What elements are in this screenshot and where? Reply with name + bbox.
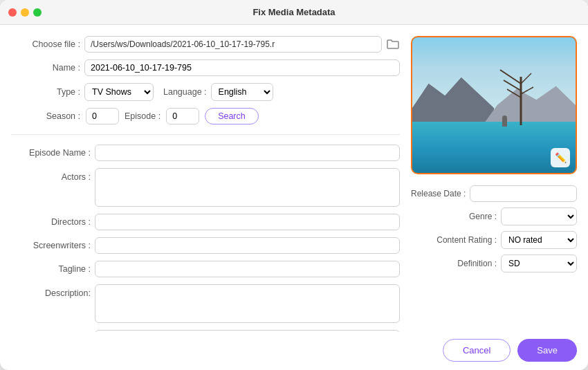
window-title: Fix Media Metadata	[252, 7, 335, 17]
tree-svg	[493, 63, 535, 125]
genre-select[interactable]: Action Comedy Drama Horror	[501, 207, 577, 225]
maximize-traffic-light[interactable]	[33, 8, 42, 17]
episode-label: Episode :	[125, 111, 160, 121]
name-label: Name :	[11, 63, 80, 73]
figure	[502, 115, 507, 127]
type-language-row: Type : TV Shows Movies Music Language : …	[11, 83, 400, 101]
genre-row: Genre : Action Comedy Drama Horror	[411, 207, 577, 225]
description-textarea[interactable]	[95, 284, 400, 323]
release-date-input[interactable]	[470, 185, 577, 202]
directors-label: Directors :	[11, 217, 91, 227]
episode-input[interactable]	[166, 108, 199, 124]
choose-file-label: Choose file :	[11, 39, 80, 49]
divider-1	[11, 134, 400, 135]
type-label: Type :	[11, 87, 80, 97]
screenwriters-input[interactable]	[95, 237, 400, 254]
svg-line-3	[507, 89, 521, 98]
directors-input[interactable]	[95, 214, 400, 230]
tagline-row: Tagline :	[11, 261, 400, 277]
edit-thumbnail-icon[interactable]: ✏️	[551, 148, 570, 167]
actors-textarea[interactable]	[95, 168, 400, 207]
screenwriters-label: Screenwriters :	[11, 241, 91, 250]
bottom-buttons: Cancel Save	[0, 332, 588, 370]
content-rating-label: Content Rating :	[437, 235, 497, 245]
language-label: Language :	[163, 87, 207, 97]
screenwriters-row: Screenwriters :	[11, 237, 400, 254]
type-select[interactable]: TV Shows Movies Music	[84, 83, 154, 101]
choose-file-row: Choose file :	[11, 36, 400, 53]
season-label: Season :	[11, 111, 80, 121]
cancel-button[interactable]: Cancel	[443, 339, 511, 362]
thumbnail-area: ✕	[411, 36, 577, 174]
left-panel: Choose file : Name : Type : TV Shows Mov	[11, 36, 400, 321]
release-date-row: Release Date :	[411, 185, 577, 202]
name-input[interactable]	[84, 59, 400, 76]
season-episode-row: Season : Episode : Search	[11, 108, 400, 124]
save-button[interactable]: Save	[517, 339, 577, 362]
season-input[interactable]	[86, 108, 119, 124]
description-row: Description:	[11, 284, 400, 323]
right-meta-section: Release Date : Genre : Action Comedy Dra…	[411, 185, 577, 272]
tagline-label: Tagline :	[11, 264, 91, 274]
episode-name-label: Episode Name :	[11, 148, 91, 158]
folder-icon[interactable]	[386, 37, 400, 51]
genre-label: Genre :	[469, 212, 497, 221]
tagline-input[interactable]	[95, 261, 400, 277]
minimize-traffic-light[interactable]	[21, 8, 29, 17]
definition-label: Definition :	[457, 259, 497, 268]
content-rating-select[interactable]: NO rated G PG PG-13 R NC-17	[501, 231, 577, 249]
episode-name-input[interactable]	[95, 145, 400, 161]
directors-row: Directors :	[11, 214, 400, 230]
svg-line-5	[521, 87, 533, 94]
content-area: Choose file : Name : Type : TV Shows Mov	[0, 25, 588, 332]
description-label: Description:	[11, 284, 91, 298]
close-traffic-light[interactable]	[8, 8, 17, 17]
release-date-label: Release Date :	[411, 189, 466, 198]
episode-name-row: Episode Name :	[11, 145, 400, 161]
right-panel: ✕	[411, 36, 577, 321]
titlebar: Fix Media Metadata	[0, 0, 588, 25]
svg-line-4	[521, 73, 531, 84]
name-row: Name :	[11, 59, 400, 76]
content-rating-row: Content Rating : NO rated G PG PG-13 R N…	[411, 231, 577, 249]
traffic-lights	[8, 8, 42, 17]
svg-line-1	[500, 70, 521, 84]
actors-row: Actors :	[11, 168, 400, 207]
main-window: Fix Media Metadata Choose file : Name :	[0, 0, 588, 370]
search-button[interactable]: Search	[205, 108, 259, 124]
file-path-input[interactable]	[84, 36, 382, 53]
actors-label: Actors :	[11, 168, 91, 182]
definition-select[interactable]: SD HD 4K	[501, 255, 577, 272]
language-select[interactable]: English Spanish French German	[211, 83, 273, 101]
definition-row: Definition : SD HD 4K	[411, 255, 577, 272]
